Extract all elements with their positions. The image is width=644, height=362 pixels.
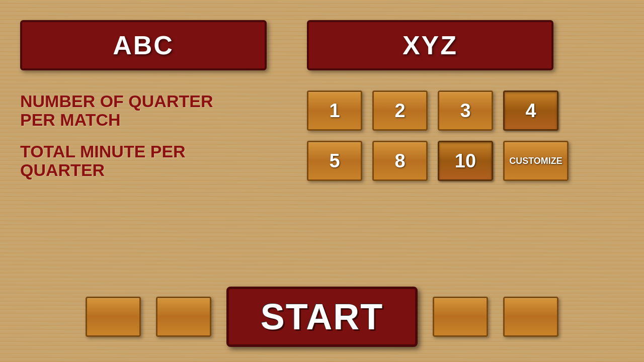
team1-button[interactable]: ABC xyxy=(20,20,267,70)
minutes-options: 5 8 10 CUSTOMIZE xyxy=(307,141,569,181)
team-row: ABC XYZ xyxy=(20,15,624,70)
team2-label: XYZ xyxy=(403,30,458,60)
facebook-button[interactable] xyxy=(503,297,558,337)
quarter-option-3[interactable]: 3 xyxy=(438,90,493,131)
minute-option-8[interactable]: 8 xyxy=(372,141,428,181)
twitter-button[interactable] xyxy=(433,297,488,337)
minutes-label: TOTAL MINUTE PER QUARTER xyxy=(20,142,267,180)
team1-label: ABC xyxy=(113,30,174,60)
settings-section: NUMBER OF QUARTER PER MATCH 1 2 3 4 TOTA… xyxy=(20,90,624,181)
customize-button[interactable]: CUSTOMIZE xyxy=(503,141,569,181)
quarters-label: NUMBER OF QUARTER PER MATCH xyxy=(20,92,267,130)
quarters-row: NUMBER OF QUARTER PER MATCH 1 2 3 4 xyxy=(20,90,624,131)
bottom-row: START xyxy=(0,287,644,347)
minutes-row: TOTAL MINUTE PER QUARTER 5 8 10 CUSTOMIZ… xyxy=(20,141,624,181)
start-button[interactable]: START xyxy=(226,287,418,347)
quarter-option-2[interactable]: 2 xyxy=(372,90,428,131)
quarter-option-4[interactable]: 4 xyxy=(503,90,558,131)
share-button[interactable] xyxy=(86,297,141,337)
minute-option-5[interactable]: 5 xyxy=(307,141,362,181)
quarter-option-1[interactable]: 1 xyxy=(307,90,362,131)
start-label: START xyxy=(261,296,384,337)
team2-button[interactable]: XYZ xyxy=(307,20,553,70)
minute-option-10[interactable]: 10 xyxy=(438,141,493,181)
like-button[interactable] xyxy=(156,297,211,337)
quarters-options: 1 2 3 4 xyxy=(307,90,558,131)
